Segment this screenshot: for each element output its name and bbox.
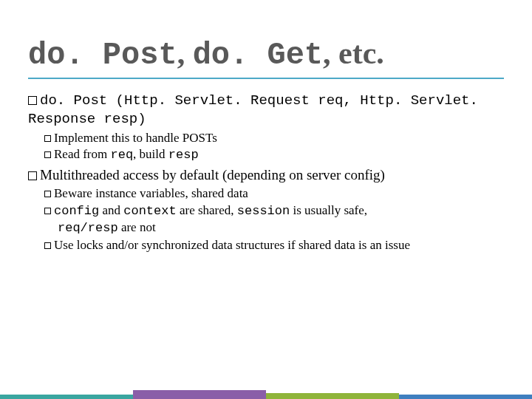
bullet-box-icon <box>28 96 37 105</box>
bullet-2-2: config and context are shared, session i… <box>44 202 504 236</box>
title-part-2: do. Get <box>193 38 323 73</box>
bullet-box-icon <box>44 208 51 214</box>
bullet-1-1-text: Implement this to handle POSTs <box>54 131 217 145</box>
bullet-2-text: Multithreaded access by default (dependi… <box>40 167 385 183</box>
slide: do. Post, do. Get, etc. do. Post (Http. … <box>0 0 532 399</box>
bullet-1-2-resp: resp <box>168 148 199 162</box>
accent-bar <box>0 395 133 399</box>
b2s2-f: is usually safe, <box>290 203 367 217</box>
accent-bar <box>133 390 266 399</box>
title-sep-2: , etc. <box>323 36 384 70</box>
accent-bar <box>399 395 532 399</box>
bullet-box-icon <box>44 191 51 197</box>
title-part-1: do. Post <box>28 38 177 73</box>
b2s2-d: are shared, <box>177 203 237 217</box>
b2s2-a: config <box>54 204 99 218</box>
bullet-1-2-req: req <box>110 148 133 162</box>
bullet-2-3: Use locks and/or synchronized data struc… <box>44 237 504 253</box>
b2s2-h: are not <box>118 220 156 234</box>
bullet-2-1-text: Beware instance variables, shared data <box>54 186 248 200</box>
bullet-2: Multithreaded access by default (dependi… <box>28 166 504 184</box>
footer-accent <box>0 390 532 399</box>
bullet-2-1: Beware instance variables, shared data <box>44 185 504 202</box>
bullet-1: do. Post (Http. Servlet. Request req, Ht… <box>28 91 504 129</box>
bullet-1-2: Read from req, build resp <box>44 146 504 163</box>
bullet-1-2-mid: , build <box>133 147 168 161</box>
b2s2-e: session <box>237 204 290 218</box>
bullet-1-1: Implement this to handle POSTs <box>44 130 504 146</box>
bullet-box-icon <box>44 242 51 249</box>
b2s2-b: and <box>99 203 123 217</box>
title-sep-1: , <box>177 36 193 70</box>
b2s2-c: context <box>123 204 176 218</box>
bullet-box-icon <box>44 135 51 142</box>
slide-body: do. Post (Http. Servlet. Request req, Ht… <box>28 85 504 253</box>
bullet-1-2-pre: Read from <box>54 147 110 161</box>
bullet-box-icon <box>28 171 37 180</box>
bullet-2-3-text: Use locks and/or synchronized data struc… <box>54 238 410 252</box>
bullet-box-icon <box>44 151 51 158</box>
bullet-2-2-wrap: req/resp are not <box>44 219 504 236</box>
bullet-1-text: do. Post (Http. Servlet. Request req, Ht… <box>28 92 478 127</box>
slide-title: do. Post, do. Get, etc. <box>28 35 504 79</box>
accent-bar <box>266 393 399 399</box>
b2s2-g: req/resp <box>58 221 118 235</box>
